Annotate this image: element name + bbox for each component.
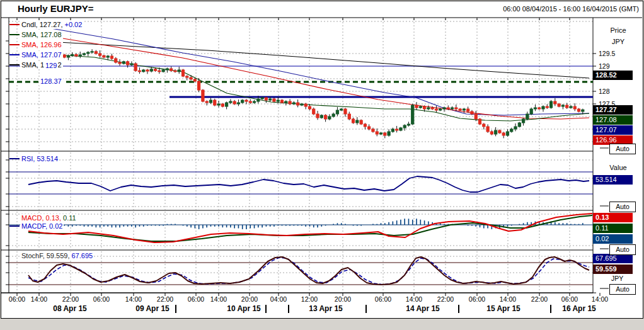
price-tick-label: 129 bbox=[599, 62, 610, 70]
legend-row: RSI, 53.514 bbox=[20, 155, 59, 163]
candle-body bbox=[423, 106, 426, 109]
main-auto-button[interactable]: Auto bbox=[609, 144, 636, 154]
legend-text: MACDF, 0.02 bbox=[21, 222, 62, 230]
candle-body bbox=[257, 99, 260, 101]
candle-body bbox=[127, 62, 129, 65]
date-separator bbox=[265, 305, 267, 313]
candle-body bbox=[292, 103, 295, 104]
candle-body bbox=[364, 124, 366, 127]
candle-body bbox=[134, 64, 137, 71]
candle-body bbox=[459, 109, 461, 110]
time-tick-label: 20:00 bbox=[335, 295, 351, 303]
date-separator bbox=[458, 305, 459, 313]
time-tick-label: 12:00 bbox=[301, 295, 318, 303]
price-badge: 0.13 bbox=[593, 213, 633, 222]
candle-body bbox=[486, 127, 489, 132]
candle-body bbox=[245, 100, 248, 101]
chart-plot[interactable] bbox=[0, 0, 644, 330]
candle-body bbox=[178, 70, 180, 72]
candle-body bbox=[83, 54, 85, 55]
candle-body bbox=[186, 76, 188, 77]
candle-body bbox=[198, 81, 200, 90]
candle-body bbox=[233, 101, 236, 104]
candle-body bbox=[577, 109, 580, 111]
rsi-line bbox=[28, 176, 589, 192]
candle-body bbox=[561, 105, 564, 106]
rsi-auto-button[interactable]: Auto bbox=[609, 202, 636, 212]
legend-row: SMA, 127.08 bbox=[20, 31, 63, 39]
candle-body bbox=[356, 120, 359, 123]
legend-marker bbox=[9, 158, 20, 159]
candle-body bbox=[340, 109, 343, 110]
price-axis-unit: JPY bbox=[597, 38, 639, 45]
candle-body bbox=[190, 77, 192, 79]
candle-body bbox=[249, 101, 251, 103]
candle-body bbox=[360, 120, 362, 124]
candle-body bbox=[265, 98, 267, 100]
candle-body bbox=[558, 104, 560, 106]
time-tick-label: 22:00 bbox=[62, 295, 79, 303]
candle-body bbox=[443, 108, 446, 109]
candle-body bbox=[427, 108, 430, 109]
price-badge: 128.52 bbox=[593, 71, 633, 80]
price-badge: 0.11 bbox=[593, 224, 633, 233]
candle-body bbox=[118, 62, 121, 64]
candle-body bbox=[301, 104, 303, 105]
candle-body bbox=[368, 127, 371, 129]
time-tick-label: 14:00 bbox=[406, 295, 422, 303]
candle-body bbox=[518, 123, 520, 127]
candle-body bbox=[549, 101, 552, 108]
candle-body bbox=[150, 69, 152, 71]
price-badge: 53.514 bbox=[593, 175, 633, 185]
candle-body bbox=[115, 59, 117, 62]
legend-text: SMA, 126.96 bbox=[21, 41, 62, 48]
candle-body bbox=[71, 55, 74, 56]
legend-marker bbox=[9, 54, 20, 55]
price-badge: 67.695 bbox=[593, 254, 633, 263]
candle-body bbox=[221, 104, 224, 106]
candle-body bbox=[63, 55, 66, 57]
candle-body bbox=[237, 103, 239, 104]
candle-body bbox=[332, 114, 335, 117]
candle-body bbox=[372, 129, 374, 132]
candle-body bbox=[79, 55, 81, 56]
macd-auto-button[interactable]: Auto bbox=[609, 244, 636, 255]
date-label: 14 Apr 15 bbox=[406, 304, 440, 313]
price-badge: 59.559 bbox=[593, 265, 633, 274]
time-tick-label: 14:00 bbox=[125, 295, 142, 303]
candle-body bbox=[495, 130, 497, 134]
candle-body bbox=[400, 128, 402, 130]
candle-body bbox=[510, 129, 513, 132]
candle-body bbox=[522, 119, 525, 123]
candle-body bbox=[379, 133, 382, 134]
candle-body bbox=[313, 109, 315, 114]
candle-body bbox=[277, 100, 279, 101]
candle-body bbox=[316, 114, 319, 118]
legend-text: +0.02 bbox=[65, 21, 83, 28]
candle-body bbox=[154, 69, 156, 71]
stoch-auto-button[interactable]: Auto bbox=[609, 284, 636, 295]
candle-body bbox=[269, 99, 272, 100]
candle-body bbox=[166, 69, 168, 70]
candle-body bbox=[273, 99, 275, 101]
time-tick-label: 06:00 bbox=[93, 295, 110, 303]
candle-body bbox=[538, 108, 541, 109]
candle-body bbox=[506, 132, 509, 135]
candle-body bbox=[471, 111, 473, 114]
date-label: 15 Apr 15 bbox=[486, 304, 520, 313]
time-tick-label: 14:00 bbox=[31, 295, 47, 303]
candle-body bbox=[106, 56, 109, 57]
date-label: 16 Apr 15 bbox=[562, 304, 596, 313]
candle-body bbox=[87, 52, 89, 54]
candle-body bbox=[297, 103, 299, 105]
price-badge: 127.27 bbox=[593, 105, 633, 115]
candle-body bbox=[344, 109, 347, 114]
candle-body bbox=[573, 106, 576, 109]
candle-body bbox=[99, 54, 101, 55]
candle-body bbox=[138, 71, 141, 72]
time-tick-label: 14:00 bbox=[210, 295, 227, 303]
candle-body bbox=[490, 132, 493, 134]
date-label: 13 Apr 15 bbox=[309, 304, 343, 313]
candle-body bbox=[478, 119, 481, 124]
candle-body bbox=[352, 119, 354, 123]
